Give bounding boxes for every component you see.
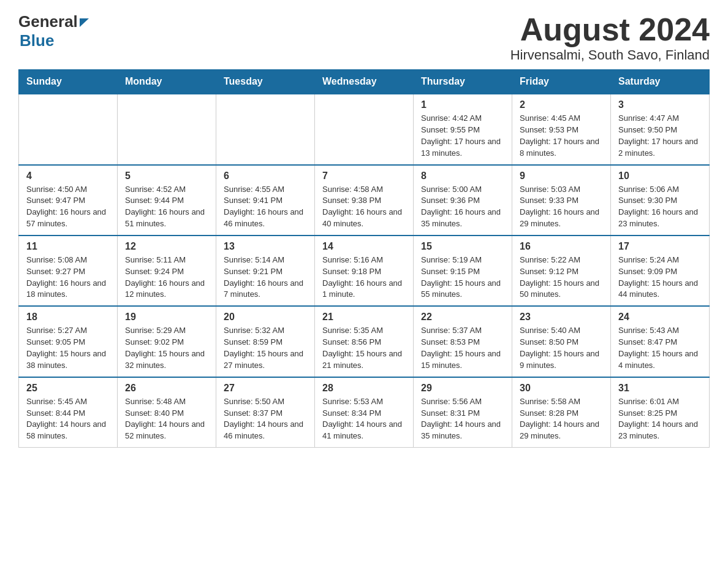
calendar-cell: 22Sunrise: 5:37 AMSunset: 8:53 PMDayligh… <box>414 306 512 377</box>
day-number: 31 <box>618 383 702 394</box>
day-number: 26 <box>125 383 208 394</box>
calendar-cell: 2Sunrise: 4:45 AMSunset: 9:53 PMDaylight… <box>512 94 611 164</box>
logo: General Blue <box>18 12 89 50</box>
day-number: 11 <box>26 241 110 252</box>
day-info: Sunrise: 5:48 AMSunset: 8:40 PMDaylight:… <box>125 396 208 442</box>
day-info: Sunrise: 5:08 AMSunset: 9:27 PMDaylight:… <box>26 255 110 301</box>
day-number: 3 <box>618 99 702 110</box>
calendar-cell: 17Sunrise: 5:24 AMSunset: 9:09 PMDayligh… <box>611 236 710 306</box>
day-info: Sunrise: 4:50 AMSunset: 9:47 PMDaylight:… <box>26 184 110 230</box>
day-info: Sunrise: 5:40 AMSunset: 8:50 PMDaylight:… <box>520 325 603 371</box>
weekday-header-row: SundayMondayTuesdayWednesdayThursdayFrid… <box>19 70 710 94</box>
day-number: 13 <box>224 241 307 252</box>
calendar-cell: 30Sunrise: 5:58 AMSunset: 8:28 PMDayligh… <box>512 377 611 448</box>
day-info: Sunrise: 5:03 AMSunset: 9:33 PMDaylight:… <box>520 184 603 230</box>
day-info: Sunrise: 4:58 AMSunset: 9:38 PMDaylight:… <box>322 184 406 230</box>
weekday-header-sunday: Sunday <box>19 70 118 94</box>
day-number: 29 <box>421 383 504 394</box>
calendar-cell: 18Sunrise: 5:27 AMSunset: 9:05 PMDayligh… <box>19 306 118 377</box>
day-number: 28 <box>322 383 406 394</box>
day-number: 21 <box>322 312 406 323</box>
day-info: Sunrise: 5:29 AMSunset: 9:02 PMDaylight:… <box>125 325 208 371</box>
calendar-cell: 26Sunrise: 5:48 AMSunset: 8:40 PMDayligh… <box>118 377 216 448</box>
day-info: Sunrise: 4:52 AMSunset: 9:44 PMDaylight:… <box>125 184 208 230</box>
day-info: Sunrise: 5:53 AMSunset: 8:34 PMDaylight:… <box>322 396 406 442</box>
day-number: 19 <box>125 312 208 323</box>
day-info: Sunrise: 5:58 AMSunset: 8:28 PMDaylight:… <box>520 396 603 442</box>
week-row-1: 1Sunrise: 4:42 AMSunset: 9:55 PMDaylight… <box>19 94 710 164</box>
calendar-cell: 14Sunrise: 5:16 AMSunset: 9:18 PMDayligh… <box>315 236 414 306</box>
day-number: 14 <box>322 241 406 252</box>
calendar-cell: 31Sunrise: 6:01 AMSunset: 8:25 PMDayligh… <box>611 377 710 448</box>
calendar-cell <box>19 94 118 164</box>
calendar-cell: 7Sunrise: 4:58 AMSunset: 9:38 PMDaylight… <box>315 165 414 236</box>
day-info: Sunrise: 5:50 AMSunset: 8:37 PMDaylight:… <box>224 396 307 442</box>
day-info: Sunrise: 6:01 AMSunset: 8:25 PMDaylight:… <box>618 396 702 442</box>
calendar-cell: 13Sunrise: 5:14 AMSunset: 9:21 PMDayligh… <box>216 236 315 306</box>
day-info: Sunrise: 5:22 AMSunset: 9:12 PMDaylight:… <box>520 255 603 301</box>
day-number: 4 <box>26 170 110 182</box>
logo-blue-text: Blue <box>18 31 89 50</box>
week-row-5: 25Sunrise: 5:45 AMSunset: 8:44 PMDayligh… <box>19 377 710 448</box>
location-title: Hirvensalmi, South Savo, Finland <box>510 47 710 63</box>
calendar-cell: 23Sunrise: 5:40 AMSunset: 8:50 PMDayligh… <box>512 306 611 377</box>
day-info: Sunrise: 4:55 AMSunset: 9:41 PMDaylight:… <box>224 184 307 230</box>
day-number: 15 <box>421 241 504 252</box>
day-info: Sunrise: 5:24 AMSunset: 9:09 PMDaylight:… <box>618 255 702 301</box>
calendar-cell: 29Sunrise: 5:56 AMSunset: 8:31 PMDayligh… <box>414 377 512 448</box>
day-number: 2 <box>520 99 603 110</box>
weekday-header-friday: Friday <box>512 70 611 94</box>
calendar-cell: 10Sunrise: 5:06 AMSunset: 9:30 PMDayligh… <box>611 165 710 236</box>
day-info: Sunrise: 5:06 AMSunset: 9:30 PMDaylight:… <box>618 184 702 230</box>
day-number: 17 <box>618 241 702 252</box>
day-info: Sunrise: 4:47 AMSunset: 9:50 PMDaylight:… <box>618 113 702 159</box>
month-title: August 2024 <box>510 12 710 47</box>
weekday-header-monday: Monday <box>118 70 216 94</box>
calendar-cell <box>315 94 414 164</box>
calendar-cell: 15Sunrise: 5:19 AMSunset: 9:15 PMDayligh… <box>414 236 512 306</box>
day-number: 10 <box>618 170 702 182</box>
day-info: Sunrise: 5:14 AMSunset: 9:21 PMDaylight:… <box>224 255 307 301</box>
calendar-cell: 4Sunrise: 4:50 AMSunset: 9:47 PMDaylight… <box>19 165 118 236</box>
day-number: 23 <box>520 312 603 323</box>
day-number: 27 <box>224 383 307 394</box>
calendar-cell <box>118 94 216 164</box>
calendar-cell: 28Sunrise: 5:53 AMSunset: 8:34 PMDayligh… <box>315 377 414 448</box>
day-number: 25 <box>26 383 110 394</box>
calendar-cell: 9Sunrise: 5:03 AMSunset: 9:33 PMDaylight… <box>512 165 611 236</box>
day-number: 5 <box>125 170 208 182</box>
calendar-cell: 21Sunrise: 5:35 AMSunset: 8:56 PMDayligh… <box>315 306 414 377</box>
calendar-cell: 19Sunrise: 5:29 AMSunset: 9:02 PMDayligh… <box>118 306 216 377</box>
title-block: August 2024 Hirvensalmi, South Savo, Fin… <box>510 12 710 63</box>
day-info: Sunrise: 5:19 AMSunset: 9:15 PMDaylight:… <box>421 255 504 301</box>
calendar-cell: 11Sunrise: 5:08 AMSunset: 9:27 PMDayligh… <box>19 236 118 306</box>
day-info: Sunrise: 5:37 AMSunset: 8:53 PMDaylight:… <box>421 325 504 371</box>
day-number: 24 <box>618 312 702 323</box>
day-info: Sunrise: 5:11 AMSunset: 9:24 PMDaylight:… <box>125 255 208 301</box>
day-number: 18 <box>26 312 110 323</box>
weekday-header-thursday: Thursday <box>414 70 512 94</box>
weekday-header-wednesday: Wednesday <box>315 70 414 94</box>
day-number: 1 <box>421 99 504 110</box>
day-info: Sunrise: 5:27 AMSunset: 9:05 PMDaylight:… <box>26 325 110 371</box>
week-row-4: 18Sunrise: 5:27 AMSunset: 9:05 PMDayligh… <box>19 306 710 377</box>
day-number: 12 <box>125 241 208 252</box>
calendar-cell: 20Sunrise: 5:32 AMSunset: 8:59 PMDayligh… <box>216 306 315 377</box>
day-number: 8 <box>421 170 504 182</box>
calendar-cell: 16Sunrise: 5:22 AMSunset: 9:12 PMDayligh… <box>512 236 611 306</box>
day-info: Sunrise: 5:32 AMSunset: 8:59 PMDaylight:… <box>224 325 307 371</box>
day-number: 20 <box>224 312 307 323</box>
week-row-3: 11Sunrise: 5:08 AMSunset: 9:27 PMDayligh… <box>19 236 710 306</box>
day-number: 9 <box>520 170 603 182</box>
day-number: 7 <box>322 170 406 182</box>
logo-general-text: General <box>18 12 78 31</box>
day-info: Sunrise: 4:45 AMSunset: 9:53 PMDaylight:… <box>520 113 603 159</box>
day-number: 16 <box>520 241 603 252</box>
day-info: Sunrise: 5:35 AMSunset: 8:56 PMDaylight:… <box>322 325 406 371</box>
calendar-cell: 12Sunrise: 5:11 AMSunset: 9:24 PMDayligh… <box>118 236 216 306</box>
day-info: Sunrise: 4:42 AMSunset: 9:55 PMDaylight:… <box>421 113 504 159</box>
calendar-cell <box>216 94 315 164</box>
week-row-2: 4Sunrise: 4:50 AMSunset: 9:47 PMDaylight… <box>19 165 710 236</box>
calendar-cell: 5Sunrise: 4:52 AMSunset: 9:44 PMDaylight… <box>118 165 216 236</box>
day-number: 30 <box>520 383 603 394</box>
